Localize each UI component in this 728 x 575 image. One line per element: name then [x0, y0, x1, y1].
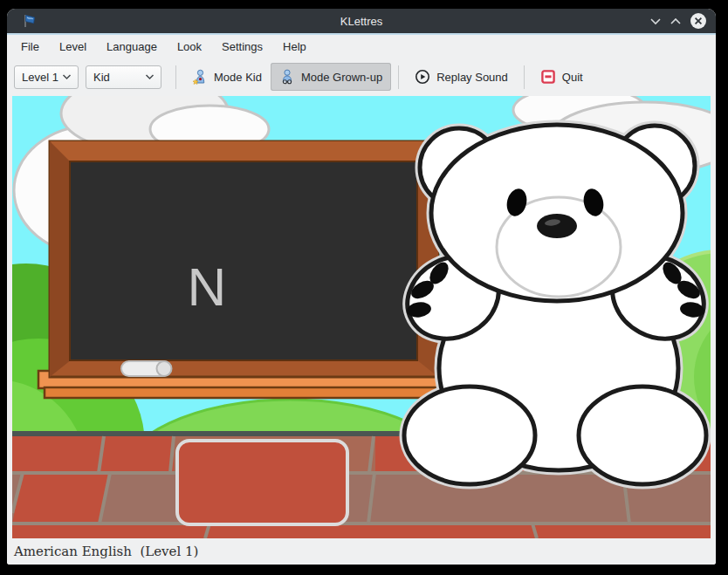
menu-item-language[interactable]: Language [106, 40, 157, 53]
quit-label: Quit [562, 71, 583, 84]
menu-item-level[interactable]: Level [59, 40, 86, 53]
play-icon [415, 69, 430, 85]
mode-kid-button[interactable]: Mode Kid [183, 63, 271, 91]
theme-select[interactable]: Kid [86, 65, 161, 89]
chevron-down-icon [145, 73, 155, 80]
theme-select-value: Kid [93, 71, 110, 84]
klettres-flag-icon [21, 13, 37, 29]
level-select-value: Level 1 [22, 71, 58, 84]
menubar: File Level Language Look Settings Help [7, 33, 716, 58]
mode-grownup-label: Mode Grown-up [301, 71, 382, 84]
maximize-button[interactable] [670, 17, 682, 26]
bear-nose [537, 214, 577, 238]
scene: N [12, 96, 711, 538]
titlebar: KLettres [7, 9, 716, 33]
menu-item-settings[interactable]: Settings [222, 40, 263, 53]
level-select[interactable]: Level 1 [14, 65, 79, 89]
chalk [121, 361, 172, 376]
chevron-down-icon [649, 17, 662, 26]
close-button[interactable] [690, 12, 707, 30]
quit-icon [540, 69, 556, 85]
toolbar-separator [175, 65, 176, 89]
status-text: American English (Level 1) [14, 544, 198, 559]
mode-grownup-button[interactable]: Mode Grown-up [271, 63, 391, 91]
toolbar-separator [524, 65, 525, 89]
chevron-down-icon [62, 73, 72, 80]
window-title: KLettres [7, 15, 716, 28]
replay-sound-button[interactable]: Replay Sound [406, 63, 517, 91]
toolbar: Level 1 Kid Mode Kid [7, 58, 716, 96]
menu-item-file[interactable]: File [21, 40, 39, 53]
chalkboard-letter: N [172, 260, 242, 314]
chevron-up-icon [670, 17, 682, 26]
menu-item-help[interactable]: Help [283, 40, 306, 53]
klettres-window: KLettres File Level Language [7, 9, 716, 565]
letter-input-box[interactable] [175, 439, 349, 526]
menu-item-look[interactable]: Look [177, 40, 202, 53]
grown-up-icon [279, 69, 295, 85]
mode-kid-label: Mode Kid [214, 71, 262, 84]
kid-icon [192, 69, 208, 85]
toolbar-separator [398, 65, 399, 89]
window-controls [649, 9, 707, 33]
replay-sound-label: Replay Sound [436, 71, 508, 84]
close-icon [690, 12, 707, 30]
teddy-bear [393, 125, 711, 484]
statusbar: American English (Level 1) [7, 538, 716, 565]
scene-art [12, 96, 711, 538]
minimize-button[interactable] [649, 17, 662, 26]
quit-button[interactable]: Quit [532, 63, 592, 91]
